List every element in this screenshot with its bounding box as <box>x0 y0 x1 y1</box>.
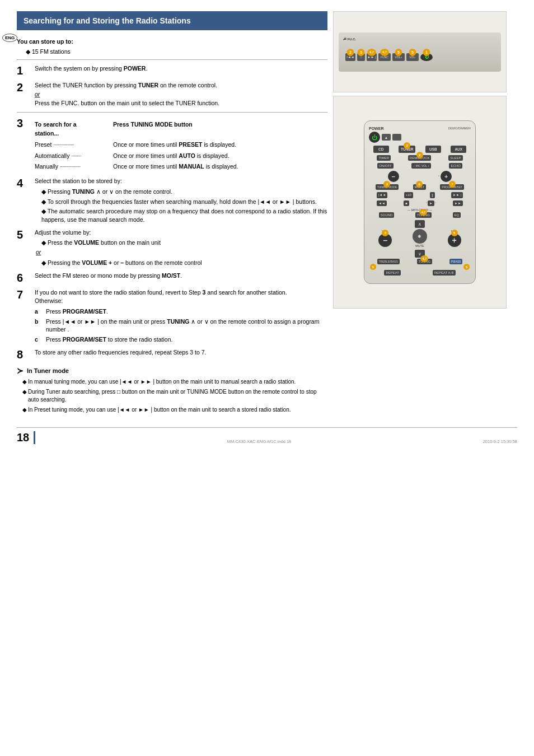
step-1: 1 Switch the system on by pressing POWER… <box>17 64 327 77</box>
step-6-content: Select the FM stereo or mono mode by pre… <box>35 272 327 281</box>
fm-stations-bullet: 15 FM stations <box>17 48 327 55</box>
step-2: 2 Select the TUNER function by pressing … <box>17 81 327 108</box>
tuner-note: In Tuner mode In manual tuning mode, you… <box>17 366 327 414</box>
step-3: 3 To search for a station... Press TUNIN… <box>17 117 327 172</box>
step-5-number: 5 <box>17 228 32 241</box>
tuner-note-item-2: During Tuner auto searching, press □ but… <box>22 388 327 404</box>
step-7: 7 If you do not want to store the radio … <box>17 288 327 344</box>
step-8: 8 To store any other radio frequencies r… <box>17 348 327 361</box>
tuner-note-header: In Tuner mode <box>17 366 327 375</box>
step-5: 5 Adjust the volume by: Press the VOLUME… <box>17 228 327 267</box>
device-top-image: ≔ FU.C. I◄◄ 2 □ 3 ► <box>333 11 507 92</box>
tuner-note-item-1: In manual tuning mode, you can use |◄◄ o… <box>22 378 327 386</box>
tuner-note-item-3: In Preset tuning mode, you can use |◄◄ o… <box>22 406 327 414</box>
step-3-content: To search for a station... Press TUNING … <box>35 117 327 172</box>
page-title: Searching for and Storing the Radio Stat… <box>24 16 191 25</box>
footer-file: MM-C430-XAC-ENG-M1C.indd 18 <box>227 439 292 444</box>
step-8-number: 8 <box>17 348 32 361</box>
step-1-content: Switch the system on by pressing POWER. <box>35 64 327 73</box>
section-header: Searching for and Storing the Radio Stat… <box>17 11 327 30</box>
remote-body: POWER ⏻ ▲ DEMO/DIMMER <box>364 120 476 284</box>
step-4-number: 4 <box>17 177 32 189</box>
step-7-number: 7 <box>17 288 32 301</box>
step-3-number: 3 <box>17 117 32 129</box>
remote-image: POWER ⏻ ▲ DEMO/DIMMER <box>333 96 507 309</box>
step-4: 4 Select the station to be stored by: Pr… <box>17 177 327 224</box>
step-5-content: Adjust the volume by: Press the VOLUME b… <box>35 228 327 267</box>
step-4-content: Select the station to be stored by: Pres… <box>35 177 327 224</box>
step-7-content: If you do not want to store the radio st… <box>35 288 327 344</box>
step-6: 6 Select the FM stereo or mono mode by p… <box>17 272 327 284</box>
step-2-number: 2 <box>17 81 32 94</box>
eng-badge: ENG <box>2 34 17 42</box>
step-1-number: 1 <box>17 64 32 77</box>
can-store-label: You can store up to: <box>17 38 327 45</box>
step-6-number: 6 <box>17 272 32 284</box>
step-2-content: Select the TUNER function by pressing TU… <box>35 81 327 108</box>
footer-date: 2010-9-2 15:30:58 <box>483 439 517 444</box>
page-number: 18 <box>17 431 35 444</box>
page-footer: 18 MM-C430-XAC-ENG-M1C.indd 18 2010-9-2 … <box>17 427 517 444</box>
step-8-content: To store any other radio frequencies req… <box>35 348 327 357</box>
